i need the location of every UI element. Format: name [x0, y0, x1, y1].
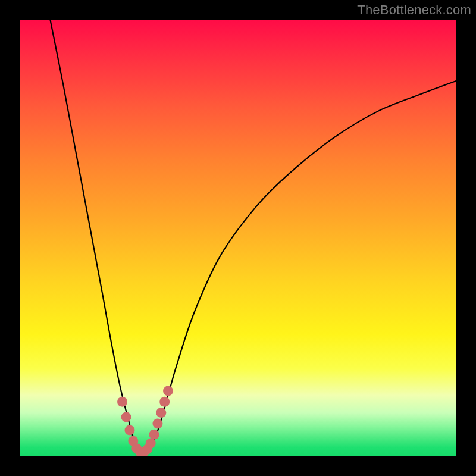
highlight-marker: [156, 408, 166, 418]
highlight-marker: [146, 438, 156, 448]
highlight-marker: [135, 447, 145, 456]
plot-area: [20, 20, 456, 456]
highlight-marker: [159, 397, 170, 407]
marker-group: [117, 386, 173, 456]
highlight-marker: [117, 397, 127, 407]
highlight-marker: [152, 418, 162, 428]
highlight-marker: [121, 412, 131, 422]
outer-frame: TheBottleneck.com: [0, 0, 476, 476]
highlight-marker: [139, 447, 149, 456]
highlight-marker: [142, 444, 152, 455]
curve-svg: [20, 20, 456, 456]
highlight-marker: [149, 430, 159, 440]
highlight-marker: [163, 386, 173, 396]
highlight-marker: [128, 436, 138, 446]
primary-curve: [50, 20, 456, 453]
highlight-marker: [131, 443, 142, 453]
watermark-text: TheBottleneck.com: [357, 2, 471, 18]
highlight-marker: [124, 425, 134, 435]
